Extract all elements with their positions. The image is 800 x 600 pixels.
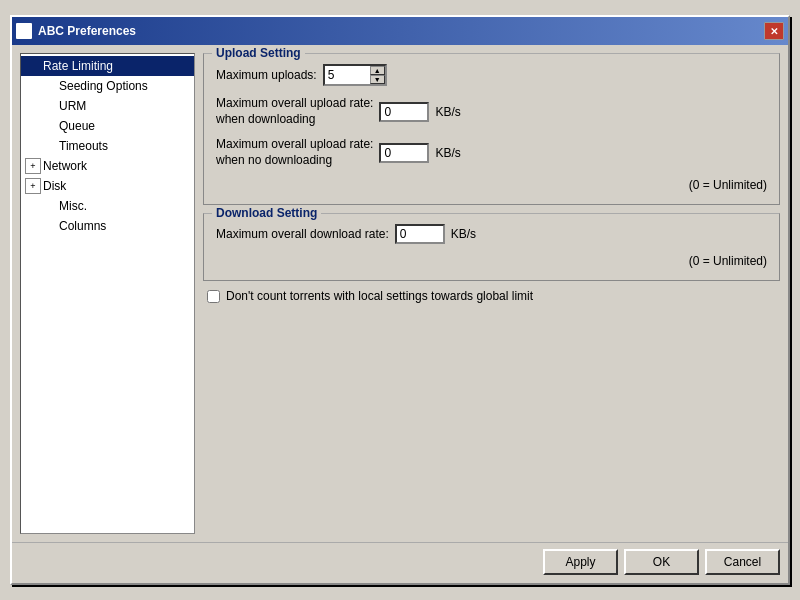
sidebar-label-misc: Misc.: [59, 199, 87, 213]
download-hint: (0 = Unlimited): [216, 254, 767, 268]
spacer: [203, 311, 780, 534]
global-limit-checkbox-row: Don't count torrents with local settings…: [203, 289, 780, 303]
main-window: 🖧 ABC Preferences ✕ + Rate Limiting + Se…: [10, 15, 790, 585]
apply-button[interactable]: Apply: [543, 549, 618, 575]
max-download-rate-input[interactable]: [395, 224, 445, 244]
cancel-button[interactable]: Cancel: [705, 549, 780, 575]
sidebar-item-disk[interactable]: + Disk: [21, 176, 194, 196]
sidebar-item-queue[interactable]: + Queue: [21, 116, 194, 136]
button-bar: Apply OK Cancel: [12, 542, 788, 583]
main-content: Upload Setting Maximum uploads: ▲ ▼: [203, 53, 780, 534]
sidebar-item-seeding-options[interactable]: + Seeding Options: [21, 76, 194, 96]
max-upload-rate-downloading-row: Maximum overall upload rate: when downlo…: [216, 96, 767, 127]
download-unit: KB/s: [451, 227, 476, 241]
sidebar-label-rate-limiting: Rate Limiting: [43, 59, 113, 73]
expander-network[interactable]: +: [25, 158, 41, 174]
sidebar-item-misc[interactable]: + Misc.: [21, 196, 194, 216]
max-download-rate-row: Maximum overall download rate: KB/s: [216, 224, 767, 244]
sidebar-item-columns[interactable]: + Columns: [21, 216, 194, 236]
app-icon: 🖧: [16, 23, 32, 39]
max-upload-rate-downloading-label: Maximum overall upload rate: when downlo…: [216, 96, 373, 127]
upload-unit-no-downloading: KB/s: [435, 146, 460, 160]
max-uploads-label: Maximum uploads:: [216, 68, 317, 82]
title-bar-left: 🖧 ABC Preferences: [16, 23, 136, 39]
sidebar-label-disk: Disk: [43, 179, 66, 193]
max-upload-rate-no-downloading-input[interactable]: [379, 143, 429, 163]
sidebar-label-urm: URM: [59, 99, 86, 113]
ok-button[interactable]: OK: [624, 549, 699, 575]
sidebar-item-network[interactable]: + Network: [21, 156, 194, 176]
sidebar-item-timeouts[interactable]: + Timeouts: [21, 136, 194, 156]
max-upload-rate-no-downloading-label: Maximum overall upload rate: when no dow…: [216, 137, 373, 168]
sidebar-label-queue: Queue: [59, 119, 95, 133]
title-bar: 🖧 ABC Preferences ✕: [12, 17, 788, 45]
spin-down-button[interactable]: ▼: [370, 75, 385, 84]
sidebar-label-timeouts: Timeouts: [59, 139, 108, 153]
max-upload-rate-downloading-input[interactable]: [379, 102, 429, 122]
download-setting-group: Download Setting Maximum overall downloa…: [203, 213, 780, 281]
sidebar-item-rate-limiting[interactable]: + Rate Limiting: [21, 56, 194, 76]
expander-disk[interactable]: +: [25, 178, 41, 194]
max-uploads-spinner[interactable]: ▲ ▼: [323, 64, 387, 86]
close-button[interactable]: ✕: [764, 22, 784, 40]
spin-up-button[interactable]: ▲: [370, 66, 385, 75]
upload-hint: (0 = Unlimited): [216, 178, 767, 192]
upload-setting-group: Upload Setting Maximum uploads: ▲ ▼: [203, 53, 780, 205]
max-uploads-input[interactable]: [325, 66, 370, 84]
upload-unit-downloading: KB/s: [435, 105, 460, 119]
sidebar-label-network: Network: [43, 159, 87, 173]
sidebar-item-urm[interactable]: + URM: [21, 96, 194, 116]
upload-group-title: Upload Setting: [212, 46, 305, 60]
sidebar-label-columns: Columns: [59, 219, 106, 233]
download-group-title: Download Setting: [212, 206, 321, 220]
global-limit-checkbox[interactable]: [207, 290, 220, 303]
spin-buttons: ▲ ▼: [370, 66, 385, 84]
max-upload-rate-no-downloading-row: Maximum overall upload rate: when no dow…: [216, 137, 767, 168]
window-title: ABC Preferences: [38, 24, 136, 38]
max-download-rate-label: Maximum overall download rate:: [216, 227, 389, 241]
global-limit-label: Don't count torrents with local settings…: [226, 289, 533, 303]
max-uploads-row: Maximum uploads: ▲ ▼: [216, 64, 767, 86]
sidebar-label-seeding-options: Seeding Options: [59, 79, 148, 93]
window-body: + Rate Limiting + Seeding Options + URM …: [12, 45, 788, 542]
sidebar: + Rate Limiting + Seeding Options + URM …: [20, 53, 195, 534]
